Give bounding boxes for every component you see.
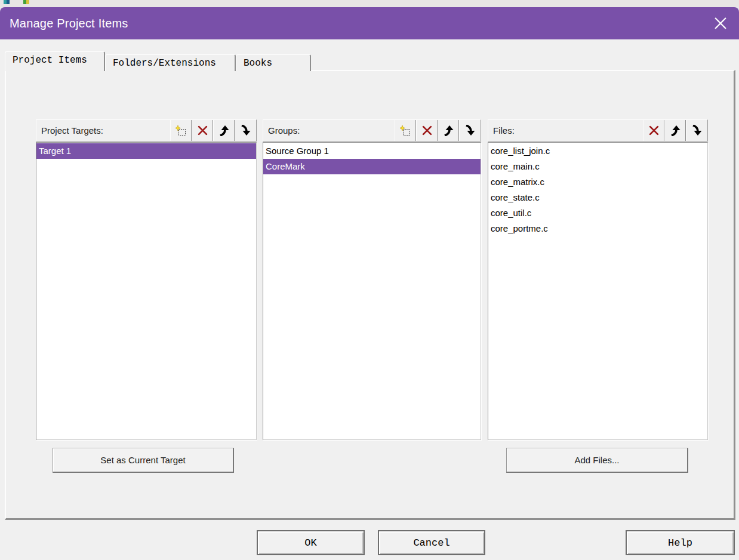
list-item[interactable]: core_list_join.c (488, 143, 707, 159)
ok-button[interactable]: OK (257, 530, 365, 555)
files-list[interactable]: core_list_join.ccore_main.ccore_matrix.c… (488, 142, 708, 440)
files-label: Files: (488, 125, 515, 136)
delete-icon[interactable] (416, 120, 438, 141)
project-targets-label: Project Targets: (36, 125, 103, 136)
manage-project-items-dialog: Manage Project Items Project Items Folde… (0, 7, 739, 560)
groups-list[interactable]: Source Group 1CoreMark (263, 142, 481, 440)
help-button[interactable]: Help (626, 530, 735, 555)
new-item-icon[interactable] (170, 120, 192, 141)
cancel-button[interactable]: Cancel (378, 530, 485, 555)
background-window-strip (0, 0, 739, 7)
list-item[interactable]: core_state.c (488, 190, 707, 205)
list-item[interactable]: Source Group 1 (263, 143, 481, 159)
move-down-icon[interactable] (235, 120, 256, 141)
tab-strip: Project Items Folders/Extensions Books (5, 51, 311, 71)
delete-icon[interactable] (643, 120, 664, 141)
tab-books[interactable]: Books (236, 54, 311, 71)
project-targets-header: Project Targets: (36, 119, 257, 141)
dialog-titlebar[interactable]: Manage Project Items (0, 7, 739, 39)
dialog-title: Manage Project Items (10, 17, 128, 30)
list-item[interactable]: core_main.c (488, 159, 707, 174)
project-targets-list[interactable]: Target 1 (36, 142, 257, 440)
list-item[interactable]: CoreMark (263, 159, 481, 174)
groups-label: Groups: (263, 125, 300, 136)
list-item[interactable]: core_matrix.c (488, 174, 707, 190)
tab-folders-extensions[interactable]: Folders/Extensions (105, 54, 236, 71)
delete-icon[interactable] (192, 120, 213, 141)
list-item[interactable]: core_util.c (488, 205, 707, 221)
add-files-button[interactable]: Add Files... (506, 448, 688, 473)
files-toolbar (643, 120, 707, 141)
tab-project-items[interactable]: Project Items (5, 51, 105, 71)
new-item-icon[interactable] (395, 120, 416, 141)
move-up-icon[interactable] (213, 120, 235, 141)
background-app-icon (23, 0, 29, 4)
move-up-icon[interactable] (438, 120, 459, 141)
list-item[interactable]: Target 1 (36, 143, 256, 159)
list-item[interactable]: core_portme.c (488, 221, 707, 236)
move-down-icon[interactable] (459, 120, 481, 141)
close-icon[interactable] (712, 14, 729, 32)
groups-toolbar (395, 120, 481, 141)
move-down-icon[interactable] (686, 120, 707, 141)
targets-toolbar (170, 120, 256, 141)
set-as-current-target-button[interactable]: Set as Current Target (53, 448, 234, 473)
move-up-icon[interactable] (664, 120, 686, 141)
groups-header: Groups: (263, 119, 481, 141)
files-header: Files: (488, 119, 708, 141)
background-app-icon (4, 0, 10, 4)
